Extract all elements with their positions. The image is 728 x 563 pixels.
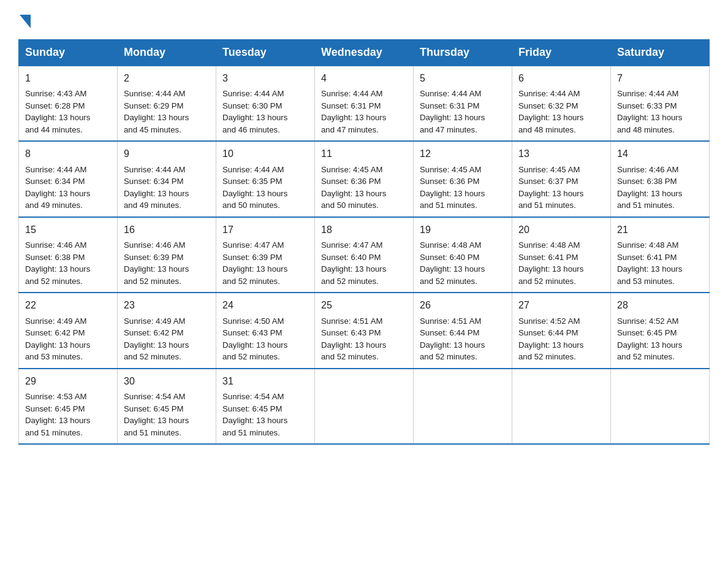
day-number: 4 <box>321 71 407 85</box>
header-tuesday: Tuesday <box>216 40 315 66</box>
calendar-cell <box>414 369 512 444</box>
day-info: Sunrise: 4:54 AMSunset: 6:45 PMDaylight:… <box>222 392 287 437</box>
day-info: Sunrise: 4:44 AMSunset: 6:34 PMDaylight:… <box>25 165 90 210</box>
header-thursday: Thursday <box>414 40 512 66</box>
calendar-cell: 4Sunrise: 4:44 AMSunset: 6:31 PMDaylight… <box>315 66 414 141</box>
day-number: 7 <box>617 71 703 85</box>
calendar-cell: 27Sunrise: 4:52 AMSunset: 6:44 PMDayligh… <box>512 293 611 368</box>
calendar-cell: 19Sunrise: 4:48 AMSunset: 6:40 PMDayligh… <box>414 217 512 293</box>
calendar-cell: 30Sunrise: 4:54 AMSunset: 6:45 PMDayligh… <box>118 369 216 444</box>
calendar-cell: 25Sunrise: 4:51 AMSunset: 6:43 PMDayligh… <box>315 293 414 368</box>
week-row-4: 22Sunrise: 4:49 AMSunset: 6:42 PMDayligh… <box>19 293 710 368</box>
header-sunday: Sunday <box>19 40 118 66</box>
calendar-cell: 17Sunrise: 4:47 AMSunset: 6:39 PMDayligh… <box>216 217 315 293</box>
day-info: Sunrise: 4:45 AMSunset: 6:36 PMDaylight:… <box>420 165 485 210</box>
day-number: 20 <box>518 223 604 237</box>
day-number: 5 <box>420 71 506 85</box>
day-number: 17 <box>222 223 308 237</box>
day-number: 13 <box>518 147 604 161</box>
calendar-cell: 14Sunrise: 4:46 AMSunset: 6:38 PMDayligh… <box>611 141 710 216</box>
day-info: Sunrise: 4:44 AMSunset: 6:35 PMDaylight:… <box>222 165 287 210</box>
calendar-cell: 18Sunrise: 4:47 AMSunset: 6:40 PMDayligh… <box>315 217 414 293</box>
day-number: 9 <box>124 147 210 161</box>
calendar-cell: 10Sunrise: 4:44 AMSunset: 6:35 PMDayligh… <box>216 141 315 216</box>
calendar-cell: 7Sunrise: 4:44 AMSunset: 6:33 PMDaylight… <box>611 66 710 141</box>
day-info: Sunrise: 4:52 AMSunset: 6:44 PMDaylight:… <box>518 316 583 362</box>
calendar-cell: 6Sunrise: 4:44 AMSunset: 6:32 PMDaylight… <box>512 66 611 141</box>
day-number: 26 <box>420 298 506 312</box>
day-number: 28 <box>617 298 703 312</box>
calendar-cell: 16Sunrise: 4:46 AMSunset: 6:39 PMDayligh… <box>118 217 216 293</box>
calendar-cell: 23Sunrise: 4:49 AMSunset: 6:42 PMDayligh… <box>118 293 216 368</box>
day-info: Sunrise: 4:53 AMSunset: 6:45 PMDaylight:… <box>25 392 90 437</box>
calendar-cell: 26Sunrise: 4:51 AMSunset: 6:44 PMDayligh… <box>414 293 512 368</box>
calendar-cell: 15Sunrise: 4:46 AMSunset: 6:38 PMDayligh… <box>19 217 118 293</box>
calendar-cell: 8Sunrise: 4:44 AMSunset: 6:34 PMDaylight… <box>19 141 118 216</box>
day-info: Sunrise: 4:51 AMSunset: 6:43 PMDaylight:… <box>321 316 386 362</box>
calendar-cell: 2Sunrise: 4:44 AMSunset: 6:29 PMDaylight… <box>118 66 216 141</box>
calendar-table: SundayMondayTuesdayWednesdayThursdayFrid… <box>18 39 710 445</box>
day-info: Sunrise: 4:44 AMSunset: 6:31 PMDaylight:… <box>321 89 386 134</box>
week-row-3: 15Sunrise: 4:46 AMSunset: 6:38 PMDayligh… <box>19 217 710 293</box>
day-number: 19 <box>420 223 506 237</box>
calendar-cell: 12Sunrise: 4:45 AMSunset: 6:36 PMDayligh… <box>414 141 512 216</box>
calendar-cell: 22Sunrise: 4:49 AMSunset: 6:42 PMDayligh… <box>19 293 118 368</box>
day-info: Sunrise: 4:51 AMSunset: 6:44 PMDaylight:… <box>420 316 485 362</box>
day-number: 23 <box>124 298 210 312</box>
day-number: 12 <box>420 147 506 161</box>
day-info: Sunrise: 4:44 AMSunset: 6:30 PMDaylight:… <box>222 89 287 134</box>
calendar-cell <box>315 369 414 444</box>
day-info: Sunrise: 4:46 AMSunset: 6:38 PMDaylight:… <box>617 165 682 210</box>
day-info: Sunrise: 4:48 AMSunset: 6:41 PMDaylight:… <box>617 240 682 286</box>
calendar-cell: 28Sunrise: 4:52 AMSunset: 6:45 PMDayligh… <box>611 293 710 368</box>
header-wednesday: Wednesday <box>315 40 414 66</box>
calendar-header-row: SundayMondayTuesdayWednesdayThursdayFrid… <box>19 40 710 66</box>
day-info: Sunrise: 4:52 AMSunset: 6:45 PMDaylight:… <box>617 316 682 362</box>
header-monday: Monday <box>118 40 216 66</box>
day-info: Sunrise: 4:50 AMSunset: 6:43 PMDaylight:… <box>222 316 287 362</box>
calendar-cell: 11Sunrise: 4:45 AMSunset: 6:36 PMDayligh… <box>315 141 414 216</box>
calendar-cell: 31Sunrise: 4:54 AMSunset: 6:45 PMDayligh… <box>216 369 315 444</box>
day-number: 15 <box>25 223 111 237</box>
calendar-cell: 21Sunrise: 4:48 AMSunset: 6:41 PMDayligh… <box>611 217 710 293</box>
logo <box>18 12 31 28</box>
day-info: Sunrise: 4:49 AMSunset: 6:42 PMDaylight:… <box>124 316 189 362</box>
calendar-cell: 1Sunrise: 4:43 AMSunset: 6:28 PMDaylight… <box>19 66 118 141</box>
day-number: 21 <box>617 223 703 237</box>
day-info: Sunrise: 4:43 AMSunset: 6:28 PMDaylight:… <box>25 89 90 134</box>
day-info: Sunrise: 4:44 AMSunset: 6:33 PMDaylight:… <box>617 89 682 134</box>
day-number: 29 <box>25 374 111 388</box>
week-row-5: 29Sunrise: 4:53 AMSunset: 6:45 PMDayligh… <box>19 369 710 444</box>
day-number: 31 <box>222 374 308 388</box>
calendar-cell: 24Sunrise: 4:50 AMSunset: 6:43 PMDayligh… <box>216 293 315 368</box>
header-friday: Friday <box>512 40 611 66</box>
calendar-cell: 20Sunrise: 4:48 AMSunset: 6:41 PMDayligh… <box>512 217 611 293</box>
calendar-cell: 9Sunrise: 4:44 AMSunset: 6:34 PMDaylight… <box>118 141 216 216</box>
day-info: Sunrise: 4:47 AMSunset: 6:40 PMDaylight:… <box>321 240 386 286</box>
day-info: Sunrise: 4:45 AMSunset: 6:37 PMDaylight:… <box>518 165 583 210</box>
calendar-cell: 5Sunrise: 4:44 AMSunset: 6:31 PMDaylight… <box>414 66 512 141</box>
day-info: Sunrise: 4:47 AMSunset: 6:39 PMDaylight:… <box>222 240 287 286</box>
day-number: 6 <box>518 71 604 85</box>
day-info: Sunrise: 4:46 AMSunset: 6:38 PMDaylight:… <box>25 240 90 286</box>
week-row-1: 1Sunrise: 4:43 AMSunset: 6:28 PMDaylight… <box>19 66 710 141</box>
day-number: 30 <box>124 374 210 388</box>
day-number: 25 <box>321 298 407 312</box>
calendar-cell: 3Sunrise: 4:44 AMSunset: 6:30 PMDaylight… <box>216 66 315 141</box>
day-info: Sunrise: 4:44 AMSunset: 6:34 PMDaylight:… <box>124 165 189 210</box>
day-number: 11 <box>321 147 407 161</box>
day-number: 24 <box>222 298 308 312</box>
calendar-cell <box>611 369 710 444</box>
day-info: Sunrise: 4:48 AMSunset: 6:41 PMDaylight:… <box>518 240 583 286</box>
header-saturday: Saturday <box>611 40 710 66</box>
day-info: Sunrise: 4:44 AMSunset: 6:31 PMDaylight:… <box>420 89 485 134</box>
day-number: 16 <box>124 223 210 237</box>
calendar-cell: 29Sunrise: 4:53 AMSunset: 6:45 PMDayligh… <box>19 369 118 444</box>
day-info: Sunrise: 4:54 AMSunset: 6:45 PMDaylight:… <box>124 392 189 437</box>
calendar-cell: 13Sunrise: 4:45 AMSunset: 6:37 PMDayligh… <box>512 141 611 216</box>
day-number: 14 <box>617 147 703 161</box>
day-info: Sunrise: 4:44 AMSunset: 6:29 PMDaylight:… <box>124 89 189 134</box>
day-number: 18 <box>321 223 407 237</box>
day-number: 27 <box>518 298 604 312</box>
day-info: Sunrise: 4:44 AMSunset: 6:32 PMDaylight:… <box>518 89 583 134</box>
